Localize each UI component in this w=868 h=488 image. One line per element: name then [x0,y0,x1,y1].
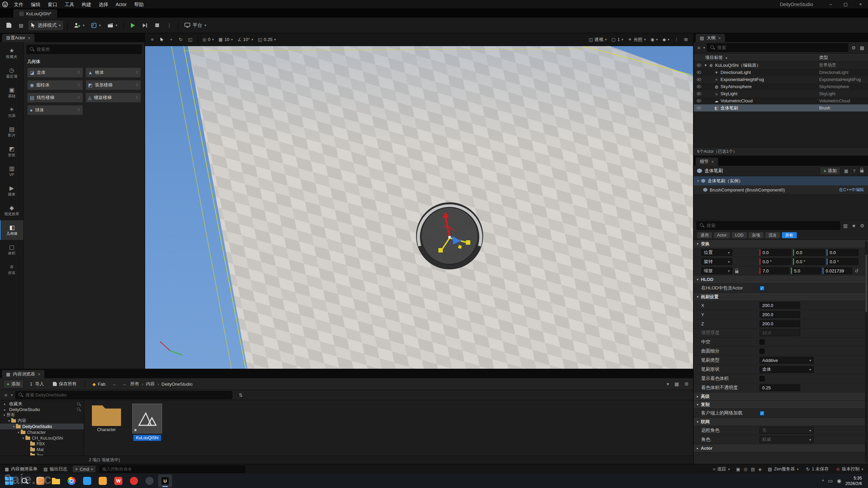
show-flags-button[interactable]: ◉▾ [649,35,660,44]
effects-button[interactable]: ◆▾ [660,35,671,44]
outliner-row-SkyAtmosphere[interactable]: ◍SkyAtmosphereSkyAtmosphere [694,83,868,90]
outliner-row-KuLouQiShi（编辑器）[interactable]: ▾⊕KuLouQiShi（编辑器）世界场景 [694,62,868,69]
camera-perspective-button[interactable]: ◫透视▾ [587,35,609,44]
place-item-弧形楼梯[interactable]: ◩弧形楼梯⠿ [85,80,141,90]
category-基础[interactable]: ▣基础 [0,83,23,102]
tessellate-checkbox[interactable] [760,349,765,354]
search-input[interactable] [37,47,138,52]
tree-item-FBX[interactable]: FBX [0,441,84,447]
add-component-button[interactable]: + 添加 [820,167,841,175]
category-收藏夹[interactable]: ★收藏夹 [0,43,23,63]
outliner-search-input[interactable] [717,45,845,50]
taskbar-app-amber[interactable] [96,474,110,487]
rotation-y-field[interactable]: 0.0 ° [793,258,825,265]
asset-search-input[interactable] [25,392,229,398]
path-history-icon[interactable]: ▾ [666,381,670,387]
taskbar-search[interactable] [18,474,32,487]
category-形状[interactable]: ◩形状 [0,142,23,161]
stop-button[interactable] [152,20,162,31]
scale-x-field[interactable]: 7.0 [760,267,789,274]
cinematics-button[interactable]: ▾ [105,20,120,31]
visibility-eye-icon[interactable] [697,92,701,95]
category-光源[interactable]: ☀光源 [0,102,23,122]
taskbar-app-dark[interactable] [142,474,157,487]
snap-control-2[interactable]: ▦10▾ [217,35,235,44]
add-content-button[interactable]: +添加 [3,380,24,388]
menu-item-3[interactable]: 窗口 [44,0,61,9]
close-icon[interactable]: × [28,36,31,41]
save-all-button[interactable]: 保存所有 [50,380,80,388]
rotation-z-field[interactable]: 0.0 ° [827,258,859,265]
lock-details-icon[interactable] [859,168,865,174]
snap-control-1[interactable]: ◎0▾ [200,35,216,44]
visibility-eye-icon[interactable] [697,85,701,88]
zen-server-button[interactable]: ▤Zen服务器▾ [767,466,800,472]
tray-expand-icon[interactable]: ^ [822,479,824,484]
tree-item-Character[interactable]: ▾Character [0,429,84,435]
expander-icon[interactable]: ▾ [12,425,16,428]
save-level-button[interactable] [3,20,14,31]
place-item-线性楼梯[interactable]: ▤线性楼梯⠿ [27,93,83,103]
tree-item-所有[interactable]: ▾所有 [0,412,84,418]
frame-skip-button[interactable] [139,20,150,31]
filter-通用[interactable]: 通用 [697,232,712,238]
unreal-logo-icon[interactable] [0,0,10,9]
outliner-search[interactable] [707,43,848,52]
place-item-锥体[interactable]: ▲锥体⠿ [85,67,141,78]
project-root-header[interactable]: ▸ DeityOneStudio [0,407,84,412]
scale-y-field[interactable]: 5.0 [791,267,821,274]
taskbar-windows-start[interactable] [2,474,16,487]
place-item-螺旋楼梯[interactable]: ◬螺旋楼梯⠿ [85,93,141,103]
y-field[interactable]: 200.0 [760,311,800,318]
scrollbar-thumb[interactable] [865,255,867,312]
visibility-eye-icon[interactable] [697,78,701,81]
section-actor[interactable]: ▸Actor [694,444,868,452]
x-field[interactable]: 200.0 [760,302,800,309]
editor-mode-select[interactable]: 选择模式 ▾ [28,20,64,31]
filter-LOD[interactable]: LOD [732,232,747,238]
outliner-column-header[interactable]: 项目标签▲ 类型 [694,53,868,62]
output-log-button[interactable]: ▤输出日志 [42,466,68,472]
move-tool-button[interactable]: + [167,35,176,44]
close-button[interactable]: × [853,0,868,9]
details-search-input[interactable] [707,223,837,228]
expander-icon[interactable]: ▾ [703,63,708,67]
sort-view-icon[interactable]: ⇅ [238,392,244,398]
console-mode-dropdown[interactable]: >Cmd▾ [72,465,96,473]
expander-icon[interactable]: ▾ [7,419,11,423]
expander-icon[interactable]: ▾ [16,431,21,434]
taskbar-chrome[interactable] [64,474,79,487]
trace-button[interactable]: ≈追踪▾ [711,466,731,472]
scale-mode-dropdown[interactable]: 缩放▾ [701,267,732,274]
breadcrumb-内容[interactable]: 内容 [146,381,155,387]
status-misc-icon-3[interactable]: ▤ [751,467,755,472]
camera-speed-button[interactable]: ▢1▾ [609,35,625,44]
search-icon[interactable] [77,402,81,406]
viewport-options-button[interactable]: ≡ [148,35,157,44]
section-brush-settings[interactable]: ▾画刷设置 [694,293,868,301]
visibility-eye-icon[interactable] [697,64,701,67]
viewport-render-area[interactable] [145,46,693,369]
category-最近项[interactable]: ◷最近项 [0,63,23,83]
play-options-button[interactable]: ⋮ [164,20,175,31]
category-影片[interactable]: ▤影片 [0,122,23,142]
asset-search[interactable] [15,391,232,399]
section-transform[interactable]: ▾变换 [694,240,868,248]
place-actor-search[interactable] [26,45,142,54]
settings-icon[interactable]: ⚙ [859,223,865,228]
menu-item-4[interactable]: 工具 [61,0,78,9]
expander-icon[interactable]: ▾ [21,436,25,440]
shaded-opacity-field[interactable]: 0.25 [760,384,800,391]
status-misc-icon-2[interactable]: ◎ [744,467,747,472]
location-mode-dropdown[interactable]: 位置▾ [701,249,732,256]
instance-row[interactable]: ▾ 盒体笔刷（实例） [694,176,868,185]
edit-in-cpp-link[interactable]: 在C++中编辑 [839,187,864,193]
tree-item-DeityOneStudio[interactable]: ▾DeityOneStudio [0,424,84,429]
taskbar-file-explorer[interactable] [49,474,63,487]
visibility-eye-icon[interactable] [697,106,701,109]
component-row[interactable]: BrushComponent (BrushComponent0) 在C++中编辑 [694,185,868,195]
settings-icon[interactable]: ⚙ [850,45,857,50]
location-z-field[interactable]: 0.0 [827,249,859,256]
close-icon[interactable]: × [711,159,714,164]
category-媒体[interactable]: ▶媒体 [0,181,23,201]
